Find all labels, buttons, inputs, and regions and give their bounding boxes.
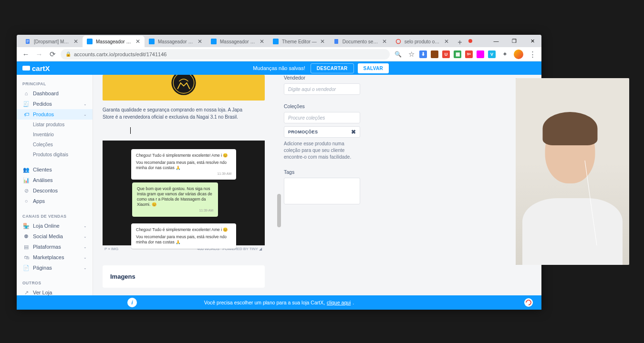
editor-image-block[interactable]: Chegou! Tudo é simplesmente excelente! A…	[103, 141, 265, 252]
banner-link[interactable]: clique aqui	[327, 300, 351, 305]
browser-window: [Dropsmart] Mo... ✕ Massageador Fa... ✕ …	[17, 35, 541, 310]
browser-tab-0[interactable]: [Dropsmart] Mo... ✕	[21, 36, 83, 47]
extensions: ⬇ U ▦ 9+ V ✦ ⋮	[419, 49, 538, 60]
sidebar-item-plataformas[interactable]: ▤Plataformas⌄	[17, 242, 93, 252]
tab-close-icon[interactable]: ✕	[73, 39, 79, 44]
star-icon[interactable]: ☆	[406, 49, 416, 60]
editor-scrollbar[interactable]	[277, 194, 281, 227]
remove-tag-icon[interactable]: ✖	[351, 129, 356, 135]
ext-icon[interactable]: V	[488, 50, 496, 58]
colecoes-search-input[interactable]	[284, 112, 360, 123]
tag-icon: 🏷	[23, 111, 29, 117]
sidebar-item-produtos-digitais[interactable]: Produtos digitais	[17, 150, 93, 160]
new-tab-button[interactable]: +	[455, 38, 465, 47]
svg-rect-8	[334, 39, 338, 44]
extensions-icon[interactable]: ✦	[499, 49, 510, 60]
webcam-overlay	[516, 78, 629, 265]
vendedor-section: Vendedor	[284, 75, 374, 95]
quality-seal-image	[103, 75, 265, 101]
search-icon[interactable]: 🔍	[393, 49, 403, 60]
tab-close-icon[interactable]: ✕	[320, 39, 325, 44]
share-icon: ⚉	[23, 233, 29, 239]
docs-favicon	[24, 38, 31, 45]
chart-icon: 📊	[23, 177, 29, 183]
browser-tab-5[interactable]: Documento sem ... ✕	[329, 36, 391, 47]
sidebar-item-descontos[interactable]: ⊘Descontos	[17, 185, 93, 196]
forward-button[interactable]: →	[34, 49, 44, 60]
collection-tag-label: PROMOÇÕES	[288, 130, 318, 134]
whatsapp-screenshot: Chegou! Tudo é simplesmente excelente! A…	[103, 141, 265, 245]
sidebar-item-colecoes[interactable]: Coleções	[17, 140, 93, 150]
sidebar-item-analises[interactable]: 📊Análises	[17, 175, 93, 185]
browser-tab-2[interactable]: Massageador Fa... ✕	[145, 36, 207, 47]
maximize-button[interactable]: ❐	[505, 35, 523, 47]
sidebar-item-clientes[interactable]: 👥Clientes	[17, 164, 93, 175]
ext-icon[interactable]: ▦	[454, 50, 461, 58]
url-input[interactable]: 🔒 accounts.cartx.io/products/edit/174114…	[61, 49, 390, 60]
app-logo[interactable]: cartX	[22, 64, 50, 72]
user-avatar[interactable]	[514, 50, 523, 59]
sidebar-item-listar-produtos[interactable]: Listar produtos	[17, 120, 93, 130]
tab-close-icon[interactable]: ✕	[259, 39, 265, 44]
resize-handle-icon[interactable]: ◢	[259, 247, 263, 251]
sidebar: PRINCIPAL ⌂Dashboard 🧾Pedidos⌄ 🏷Produtos…	[17, 75, 93, 295]
browser-tab-3[interactable]: Massageador Fa... ✕	[207, 36, 269, 47]
reload-button[interactable]: ⟳	[47, 49, 58, 60]
ext-icon[interactable]	[431, 50, 438, 58]
chat-message: Chegou! Tudo é simplesmente excelente! A…	[131, 149, 236, 180]
external-icon: ↗	[23, 290, 29, 295]
chevron-down-icon: ⌄	[83, 224, 87, 228]
sidebar-item-ver-loja[interactable]: ↗Ver Loja	[17, 287, 93, 295]
tab-close-icon[interactable]: ✕	[197, 39, 203, 44]
browser-tab-6[interactable]: selo produto ori... ✕	[391, 36, 453, 47]
menu-icon[interactable]: ⋮	[527, 49, 538, 60]
tags-section: Tags	[284, 169, 374, 204]
ext-icon[interactable]	[477, 50, 484, 58]
close-window-button[interactable]: ✕	[523, 35, 541, 47]
text-cursor	[130, 127, 131, 134]
sidebar-item-apps[interactable]: ○Apps	[17, 196, 93, 206]
back-button[interactable]: ←	[21, 49, 31, 60]
sidebar-item-dashboard[interactable]: ⌂Dashboard	[17, 88, 93, 99]
help-button[interactable]	[524, 298, 533, 307]
images-title: Imagens	[110, 273, 257, 280]
store-icon: 🏪	[23, 223, 29, 229]
section-title-principal: PRINCIPAL	[17, 80, 93, 88]
sidebar-item-inventario[interactable]: Inventário	[17, 130, 93, 140]
discard-button[interactable]: DESCARTAR	[311, 63, 354, 73]
ext-icon[interactable]: U	[442, 50, 450, 58]
browser-tab-1[interactable]: Massageador Fa... ✕	[83, 36, 145, 47]
save-button[interactable]: SALVAR	[358, 63, 389, 73]
tags-label: Tags	[284, 169, 374, 175]
ext-icon[interactable]: 9+	[465, 50, 473, 58]
sidebar-item-social-media[interactable]: ⚉Social Media⌄	[17, 231, 93, 242]
sidebar-item-pedidos[interactable]: 🧾Pedidos⌄	[17, 99, 93, 109]
product-description-text[interactable]: Garanta qualidade e segurança comprando …	[103, 106, 246, 121]
app-header: cartX Mudanças não salvas! DESCARTAR SAL…	[17, 61, 541, 75]
right-panel: Vendedor Coleções PROMOÇÕES ✖ Adicione e…	[284, 75, 374, 295]
tab-close-icon[interactable]: ✕	[135, 39, 141, 44]
sidebar-item-marketplaces[interactable]: 🛍Marketplaces⌄	[17, 252, 93, 262]
vendedor-input[interactable]	[284, 83, 360, 95]
svg-rect-1	[27, 40, 29, 40]
svg-rect-7	[273, 39, 279, 44]
browser-tab-4[interactable]: Theme Editor — ✕	[269, 36, 329, 47]
cartx-favicon	[272, 38, 279, 45]
main-content: Garanta qualidade e segurança comprando …	[93, 75, 541, 295]
svg-rect-3	[27, 42, 29, 42]
address-bar: ← → ⟳ 🔒 accounts.cartx.io/products/edit/…	[17, 47, 541, 61]
sidebar-item-produtos[interactable]: 🏷Produtos⌄	[17, 109, 93, 120]
tab-close-icon[interactable]: ✕	[382, 39, 387, 44]
url-text: accounts.cartx.io/products/edit/1741146	[74, 51, 166, 57]
chevron-down-icon: ⌄	[83, 234, 87, 239]
sidebar-item-paginas[interactable]: 📄Páginas⌄	[17, 262, 93, 273]
sidebar-item-loja-online[interactable]: 🏪Loja Online⌄	[17, 221, 93, 231]
svg-rect-6	[211, 39, 217, 44]
lock-icon: 🔒	[65, 51, 71, 57]
tags-input[interactable]	[284, 178, 360, 204]
tab-close-icon[interactable]: ✕	[444, 39, 449, 44]
ext-icon[interactable]: ⬇	[419, 50, 427, 58]
colecoes-section: Coleções PROMOÇÕES ✖ Adicione esse produ…	[284, 103, 374, 161]
tab-title: selo produto ori...	[405, 39, 441, 44]
minimize-button[interactable]: —	[487, 35, 505, 47]
